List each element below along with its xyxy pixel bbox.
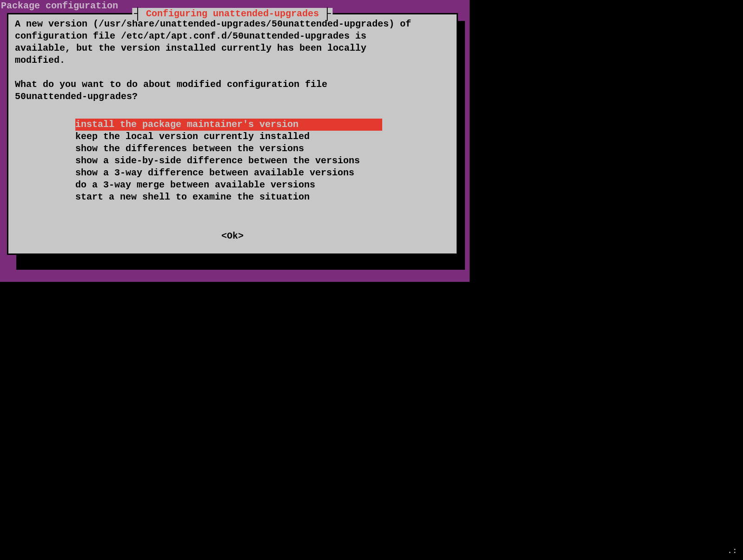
title-bracket-left: ┤ [134,9,141,19]
blank-line [15,67,450,79]
resize-grip-icon: .: [728,545,737,557]
prompt-line: What do you want to do about modified co… [15,79,450,91]
option-show-diff[interactable]: show the differences between the version… [75,143,382,155]
ok-button[interactable]: <Ok> [221,230,244,242]
header-title: Package configuration [1,0,118,12]
option-side-by-side-diff[interactable]: show a side-by-side difference between t… [75,155,382,167]
prompt-line: 50unattended-upgrades? [15,91,450,103]
description-line: configuration file /etc/apt/apt.conf.d/5… [15,30,450,42]
options-list: install the package maintainer's version… [75,119,450,203]
option-new-shell[interactable]: start a new shell to examine the situati… [75,191,382,203]
title-bracket-right: ├ [324,9,331,19]
description-line: modified. [15,54,450,67]
option-install-maintainer[interactable]: install the package maintainer's version [75,119,382,131]
description-line: available, but the version installed cur… [15,42,450,54]
option-3way-diff[interactable]: show a 3-way difference between availabl… [75,167,382,179]
dialog-title-bar: ┤ Configuring unattended-upgrades ├ [132,8,332,20]
dialog-title: Configuring unattended-upgrades [143,8,322,20]
option-3way-merge[interactable]: do a 3-way merge between available versi… [75,179,382,191]
option-keep-local[interactable]: keep the local version currently install… [75,131,382,143]
dialog-body: A new version (/usr/share/unattended-upg… [8,14,457,207]
config-dialog: ┤ Configuring unattended-upgrades ├ A ne… [7,13,458,255]
